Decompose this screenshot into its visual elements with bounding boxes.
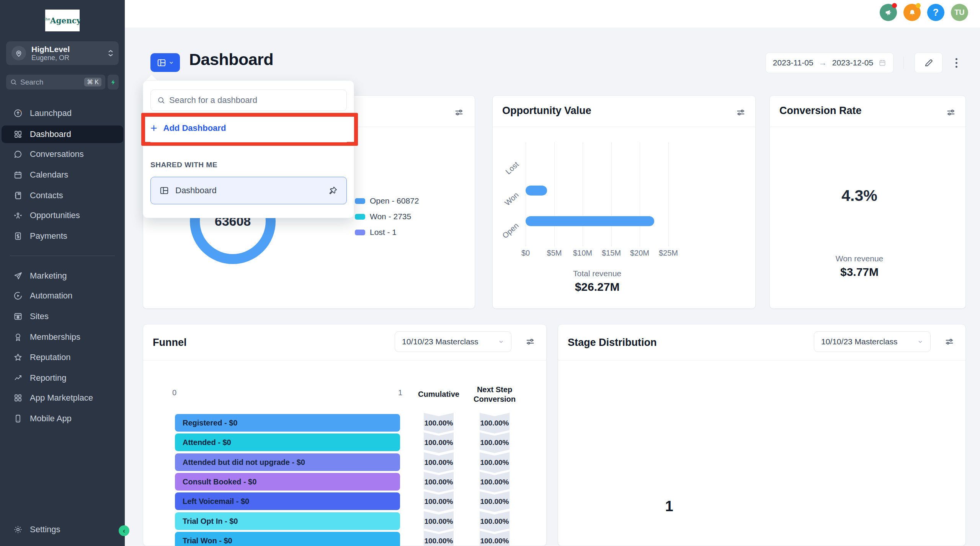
sidebar-item-conversations[interactable]: Conversations xyxy=(2,146,123,163)
card-filter-icon[interactable] xyxy=(946,108,956,117)
pin-icon[interactable] xyxy=(328,186,338,196)
sidebar-item-marketing[interactable]: Marketing xyxy=(2,267,123,284)
chip-value: 100.00% xyxy=(480,478,509,486)
shared-dashboard-label: Dashboard xyxy=(175,186,217,196)
sidebar-item-label: Conversations xyxy=(30,149,84,159)
stage-source-select[interactable]: 10/10/23 Masterclass xyxy=(814,331,931,352)
quick-actions-button[interactable] xyxy=(108,75,119,90)
menu-divider xyxy=(150,142,347,142)
sidebar-collapse-button[interactable]: ‹ xyxy=(119,525,129,536)
card-title: Conversion Rate xyxy=(779,105,862,117)
sidebar-item-sites[interactable]: Sites xyxy=(2,308,123,325)
calendar-icon xyxy=(13,170,23,180)
dashboard-icon xyxy=(13,129,23,139)
gridline xyxy=(554,142,555,247)
card-filter-icon[interactable] xyxy=(454,108,464,117)
sidebar-item-settings[interactable]: Settings xyxy=(2,521,123,538)
sidebar-item-reporting[interactable]: Reporting xyxy=(2,370,123,386)
sidebar-item-automation[interactable]: Automation xyxy=(2,287,123,304)
sidebar-item-label: Calendars xyxy=(30,170,68,180)
sidebar-item-mobile-app[interactable]: Mobile App xyxy=(2,410,123,427)
location-switcher[interactable]: HighLevel Eugene, OR xyxy=(6,41,119,65)
sidebar-item-calendars[interactable]: Calendars xyxy=(2,166,123,183)
contacts-book-icon xyxy=(13,191,23,200)
chip-value: 100.00% xyxy=(480,419,509,427)
sidebar-item-label: Memberships xyxy=(30,332,80,342)
sidebar-item-memberships[interactable]: Memberships xyxy=(2,329,123,346)
stage-center-value: 1 xyxy=(646,498,692,515)
shared-dashboard-item[interactable]: Dashboard xyxy=(150,177,347,204)
funnel-bar-label: Attended - $0 xyxy=(183,438,231,447)
bar-won xyxy=(526,186,547,196)
chevron-down-icon xyxy=(498,339,504,345)
sidebar-item-app-marketplace[interactable]: App Marketplace xyxy=(2,390,123,406)
funnel-source-select[interactable]: 10/10/23 Masterclass xyxy=(395,331,511,352)
card-filter-icon[interactable] xyxy=(525,337,535,347)
more-options-button[interactable] xyxy=(953,54,960,72)
card-title: Funnel xyxy=(153,337,187,349)
x-tick: $25M xyxy=(651,249,686,258)
funnel-axis-max: 1 xyxy=(398,388,402,397)
funnel-bar-label: Registered - $0 xyxy=(183,419,237,427)
app-root: theAgency HighLevel Eugene, OR Search ⌘ … xyxy=(0,0,980,546)
won-revenue-value: $3.77M xyxy=(802,266,917,279)
pencil-icon xyxy=(924,58,933,67)
gridline xyxy=(583,142,583,247)
bar-open xyxy=(526,216,654,226)
dashboard-search-input[interactable]: Search for a dashboard xyxy=(150,90,347,111)
card-header-divider xyxy=(493,127,755,127)
card-filter-icon[interactable] xyxy=(736,108,746,117)
date-end: 2023-12-05 xyxy=(832,58,873,67)
search-icon xyxy=(10,78,17,86)
legend-label: Open - 60872 xyxy=(370,196,419,205)
gridline xyxy=(526,142,526,247)
chevron-up-down-icon xyxy=(108,50,113,57)
chip-value: 100.00% xyxy=(424,478,453,486)
sidebar-item-payments[interactable]: Payments xyxy=(2,228,123,244)
sites-icon xyxy=(13,311,23,321)
card-filter-icon[interactable] xyxy=(944,337,954,347)
chip-value: 100.00% xyxy=(480,497,509,506)
notification-dot-red xyxy=(892,3,897,8)
account-name: HighLevel xyxy=(31,45,70,54)
date-start: 2023-11-05 xyxy=(773,58,813,67)
conversion-rate-value: 4.3% xyxy=(821,187,898,205)
total-revenue-value: $26.27M xyxy=(540,280,655,293)
select-value: 10/10/23 Masterclass xyxy=(821,337,898,346)
add-dashboard-button[interactable]: + Add Dashboard xyxy=(150,117,347,140)
user-avatar[interactable]: TU xyxy=(951,4,968,21)
avatar-initials: TU xyxy=(954,8,965,17)
dashboard-search-placeholder: Search for a dashboard xyxy=(169,95,257,105)
sidebar-item-reputation[interactable]: Reputation xyxy=(2,349,123,366)
sidebar-item-opportunities[interactable]: Opportunities xyxy=(2,207,123,224)
chip-value: 100.00% xyxy=(480,517,509,526)
help-button[interactable]: ? xyxy=(927,4,944,21)
opportunities-icon xyxy=(13,210,23,220)
edit-dashboard-button[interactable] xyxy=(915,52,942,73)
dashboard-panel-icon xyxy=(157,58,167,68)
chip-value: 100.00% xyxy=(424,458,453,467)
sidebar-item-label: Dashboard xyxy=(30,129,71,139)
chevron-down-icon xyxy=(917,339,923,345)
dashboard-selector-button[interactable] xyxy=(150,53,180,72)
sidebar-item-label: Marketing xyxy=(30,271,67,281)
paper-plane-icon xyxy=(13,271,23,281)
star-icon xyxy=(13,352,23,362)
column-header-next-step: Next Step Conversion xyxy=(472,385,518,404)
sidebar-item-contacts[interactable]: Contacts xyxy=(2,187,123,204)
dashboard-panel-icon xyxy=(159,186,169,196)
funnel-bar-label: Trial Won - $0 xyxy=(183,536,232,545)
sidebar-search-input[interactable]: Search ⌘ K xyxy=(6,75,105,90)
payments-icon xyxy=(13,231,23,241)
column-header-cumulative: Cumulative xyxy=(416,390,462,399)
arrow-right-icon: → xyxy=(819,58,827,67)
sidebar-item-label: App Marketplace xyxy=(30,393,93,403)
sidebar-item-launchpad[interactable]: Launchpad xyxy=(2,105,123,122)
date-range-picker[interactable]: 2023-11-05 → 2023-12-05 xyxy=(766,52,893,73)
funnel-bar: Trial Opt In - $0 xyxy=(175,512,400,530)
sidebar-item-dashboard[interactable]: Dashboard xyxy=(2,125,123,143)
phone-icon xyxy=(13,414,23,424)
select-value: 10/10/23 Masterclass xyxy=(402,337,479,346)
column-header-line: Conversion xyxy=(472,394,518,404)
account-text: HighLevel Eugene, OR xyxy=(31,45,70,62)
